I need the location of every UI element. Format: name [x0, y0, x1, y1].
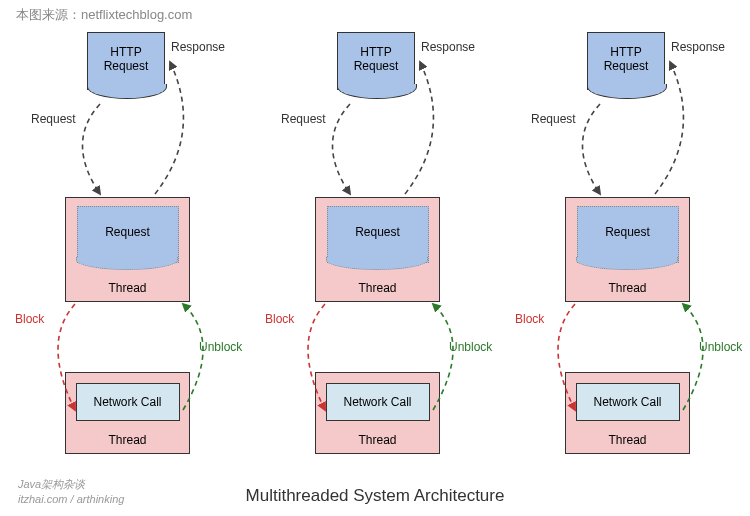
http-request-node: HTTPRequest: [87, 32, 165, 90]
network-call-node: Network Call: [576, 383, 680, 421]
thread-label: Thread: [66, 433, 189, 447]
block-arrow-label: Block: [515, 312, 544, 326]
http-request-node: HTTPRequest: [337, 32, 415, 90]
watermark-line2: itzhai.com / arthinking: [18, 492, 124, 506]
request-inner-node: Request: [577, 206, 679, 263]
request-thread-box: Request Thread: [315, 197, 440, 302]
architecture-diagram: HTTPRequest Request Thread Network Call …: [0, 22, 750, 482]
network-thread-box: Network Call Thread: [315, 372, 440, 454]
request-inner-node: Request: [77, 206, 179, 263]
thread-column: HTTPRequest Request Thread Network Call …: [5, 22, 245, 462]
network-thread-box: Network Call Thread: [65, 372, 190, 454]
thread-label: Thread: [316, 433, 439, 447]
response-arrow-label: Response: [171, 40, 225, 54]
request-thread-box: Request Thread: [565, 197, 690, 302]
request-arrow-label: Request: [281, 112, 326, 126]
http-request-node: HTTPRequest: [587, 32, 665, 90]
request-arrow-label: Request: [531, 112, 576, 126]
block-arrow-label: Block: [265, 312, 294, 326]
network-thread-box: Network Call Thread: [565, 372, 690, 454]
thread-label: Thread: [566, 433, 689, 447]
network-call-node: Network Call: [76, 383, 180, 421]
thread-label: Thread: [316, 281, 439, 295]
request-inner-node: Request: [327, 206, 429, 263]
response-arrow-label: Response: [421, 40, 475, 54]
unblock-arrow-label: Unblock: [699, 340, 742, 354]
request-arrow-label: Request: [31, 112, 76, 126]
unblock-arrow-label: Unblock: [199, 340, 242, 354]
thread-label: Thread: [566, 281, 689, 295]
request-thread-box: Request Thread: [65, 197, 190, 302]
block-arrow-label: Block: [15, 312, 44, 326]
network-call-node: Network Call: [326, 383, 430, 421]
watermark-line1: Java架构杂谈: [18, 477, 124, 491]
response-arrow-label: Response: [671, 40, 725, 54]
thread-column: HTTPRequest Request Thread Network Call …: [505, 22, 745, 462]
watermark: Java架构杂谈 itzhai.com / arthinking: [18, 477, 124, 506]
thread-label: Thread: [66, 281, 189, 295]
thread-column: HTTPRequest Request Thread Network Call …: [255, 22, 495, 462]
unblock-arrow-label: Unblock: [449, 340, 492, 354]
